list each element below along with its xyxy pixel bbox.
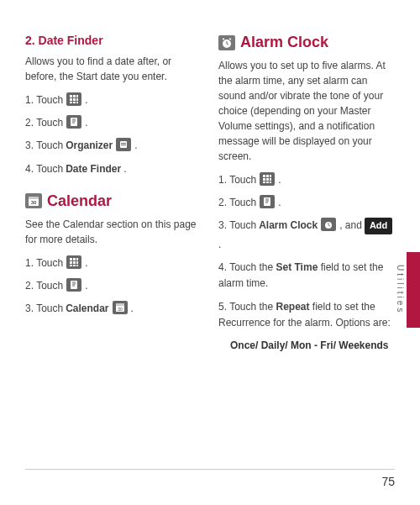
svg-rect-11 — [121, 143, 126, 144]
alarm-step-1: 1. Touch . — [218, 172, 395, 188]
calendar-title: 30 Calendar — [25, 192, 202, 210]
footer-rule — [25, 469, 395, 470]
svg-rect-37 — [266, 181, 269, 183]
svg-rect-32 — [263, 178, 265, 181]
alarm-step-2: 2. Touch . — [218, 195, 395, 211]
page-content: 2. Date Finder Allows you to find a date… — [25, 34, 395, 353]
svg-rect-0 — [70, 95, 72, 97]
svg-rect-24 — [76, 265, 78, 266]
svg-rect-34 — [270, 175, 271, 177]
svg-rect-14 — [29, 197, 39, 199]
df-step-2: 2. Touch . — [25, 115, 202, 131]
svg-rect-19 — [73, 261, 76, 264]
svg-rect-23 — [73, 265, 76, 266]
svg-rect-6 — [70, 102, 72, 103]
svg-rect-5 — [76, 98, 78, 101]
organizer-icon — [116, 138, 131, 151]
alarm-desc: Allows you to set up to five alarms. At … — [218, 58, 395, 164]
alarm-step-5: 5. Touch the Repeat field to set the Rec… — [218, 299, 395, 331]
alarm-title: Alarm Clock — [218, 34, 395, 51]
calendar-small-icon: 30 — [113, 301, 128, 314]
cal-step-1: 1. Touch . — [25, 255, 202, 271]
grid-icon — [66, 92, 81, 106]
side-tab — [407, 252, 420, 328]
svg-rect-20 — [76, 258, 78, 260]
cal-step-2: 2. Touch . — [25, 278, 202, 294]
svg-rect-22 — [70, 265, 72, 266]
svg-rect-16 — [70, 258, 72, 260]
cal-step-3: 3. Touch Calendar 30 . — [25, 301, 202, 317]
svg-rect-3 — [73, 98, 76, 101]
alarm-clock-icon — [218, 35, 235, 50]
svg-rect-30 — [263, 175, 265, 177]
svg-rect-4 — [76, 95, 78, 97]
df-step-4: 4. Touch Date Finder . — [25, 161, 202, 177]
svg-rect-31 — [266, 175, 269, 177]
svg-rect-36 — [263, 181, 265, 183]
svg-rect-7 — [73, 102, 76, 103]
df-step-3: 3. Touch Organizer . — [25, 138, 202, 154]
calendar-desc: See the Calendar section on this page fo… — [25, 217, 202, 247]
note-icon — [66, 278, 81, 292]
svg-rect-8 — [76, 102, 78, 103]
right-column: Alarm Clock Allows you to set up to five… — [218, 34, 395, 353]
calendar-icon: 30 — [25, 193, 42, 208]
grid-icon — [66, 255, 81, 269]
date-finder-title: 2. Date Finder — [25, 34, 202, 47]
svg-rect-27 — [116, 303, 124, 306]
side-section-label: Utilities — [396, 252, 405, 328]
svg-rect-2 — [70, 98, 72, 101]
page-number: 75 — [381, 475, 395, 488]
svg-rect-33 — [266, 178, 269, 181]
svg-text:30: 30 — [118, 307, 123, 312]
svg-rect-35 — [270, 178, 271, 181]
date-finder-desc: Allows you to find a date after, or befo… — [25, 54, 202, 84]
svg-rect-21 — [76, 261, 78, 264]
note-icon — [260, 195, 275, 208]
svg-rect-1 — [73, 95, 76, 97]
alarm-step-4: 4. Touch the Set Time field to set the a… — [218, 260, 395, 292]
svg-rect-12 — [121, 145, 126, 145]
svg-text:30: 30 — [31, 200, 37, 205]
grid-icon — [260, 172, 275, 186]
note-icon — [66, 115, 81, 129]
df-step-1: 1. Touch . — [25, 92, 202, 108]
svg-rect-18 — [70, 261, 72, 264]
alarm-repeat-options: Once/ Daily/ Mon - Fri/ Weekends — [230, 338, 395, 353]
add-button-label: Add — [365, 218, 392, 234]
svg-rect-38 — [270, 181, 271, 183]
svg-rect-17 — [73, 258, 76, 260]
left-column: 2. Date Finder Allows you to find a date… — [25, 34, 202, 353]
alarm-small-icon — [321, 218, 336, 231]
alarm-step-3: 3. Touch Alarm Clock , and Add . — [218, 218, 395, 253]
